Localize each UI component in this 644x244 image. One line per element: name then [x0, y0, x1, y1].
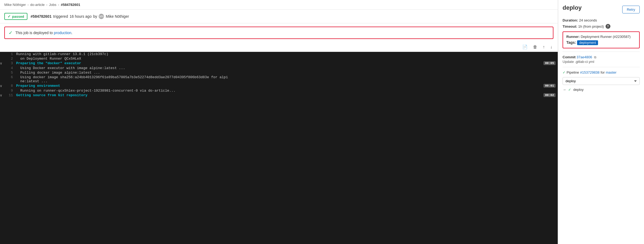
breadcrumb-project[interactable]: do-article: [30, 3, 45, 7]
line-number: 1: [5, 52, 16, 56]
log-line: 1 Running with gitlab-runner 13.0.1 (21c…: [0, 52, 558, 56]
log-section-header: ∨ 8 Preparing environment00:01: [0, 84, 558, 88]
deploy-notice: ✓ This job is deployed to production.: [4, 27, 553, 39]
line-number: 6: [5, 75, 16, 79]
breadcrumb-job-id: #584782601: [61, 3, 80, 7]
section-title: Getting source from Git repository00:02: [16, 93, 558, 97]
line-content: Running with gitlab-runner 13.0.1 (21cb3…: [16, 52, 558, 56]
scroll-bottom-button[interactable]: ↓: [549, 44, 553, 50]
duration-label: Duration:: [563, 18, 578, 22]
line-number: 9: [5, 89, 16, 93]
sidebar-title: deploy: [563, 4, 582, 11]
avatar: MN: [99, 14, 104, 19]
log-section-header: ∨ 11 Getting source from Git repository0…: [0, 93, 558, 98]
deploy-step: → ✓ deploy: [563, 88, 640, 92]
collapse-icon[interactable]: ∨: [0, 61, 5, 66]
deploy-notice-text: This job is deployed to production.: [15, 31, 72, 35]
pipeline-check-icon: ✓: [563, 70, 566, 74]
section-title: Preparing environment00:01: [16, 84, 558, 88]
runner-box: Runner: Deployment Runner (#2230587) Tag…: [563, 31, 640, 48]
production-link[interactable]: production: [54, 31, 71, 35]
job-triggered-by-name: Mike Nöthiger: [106, 14, 129, 19]
divider-2: [563, 67, 640, 67]
divider: [563, 52, 640, 52]
timeout-meta: Timeout: 1h (from project) ?: [563, 24, 640, 29]
pipeline-link[interactable]: #153729838: [580, 70, 599, 74]
commit-row: Commit 37ae4806 ⧉: [563, 55, 640, 59]
passed-check-icon: ✓: [8, 14, 11, 19]
log-line: 2 on Deployment Runner QCx5HLeX: [0, 56, 558, 61]
time-badge: 00:01: [543, 84, 556, 88]
delete-log-button[interactable]: 🗑: [532, 44, 538, 50]
tags-row: Tags: deployment: [566, 40, 636, 45]
job-triggered-text: triggered: [53, 14, 68, 19]
line-content: Running on runner-qcx5hlex-project-19238…: [16, 89, 558, 93]
passed-label: passed: [12, 15, 24, 19]
step-check-icon: ✓: [568, 88, 571, 92]
collapse-icon[interactable]: ∨: [0, 84, 5, 88]
line-content: Using docker image sha256:a24bb4013296f6…: [16, 75, 558, 83]
arrow-icon: →: [563, 88, 566, 92]
breadcrumb-user[interactable]: Mike Nöthiger: [4, 3, 26, 7]
commit-label: Commit: [563, 55, 575, 59]
commit-message: Update .gitlab-ci.yml: [563, 60, 640, 64]
scroll-top-button[interactable]: ↑: [542, 44, 546, 50]
pipeline-branch-link[interactable]: master: [606, 70, 617, 74]
job-triggered-by-text: by: [93, 14, 97, 19]
job-info: #584782601 triggered 16 hours ago by MN …: [31, 14, 129, 19]
copy-log-button[interactable]: 📄: [521, 44, 529, 50]
time-badge: 00:02: [543, 93, 556, 97]
help-icon[interactable]: ?: [606, 24, 610, 29]
log-line: 6 Using docker image sha256:a24bb4013296…: [0, 75, 558, 84]
commit-section: Commit 37ae4806 ⧉ Update .gitlab-ci.yml: [563, 55, 640, 64]
log-toolbar: 📄 🗑 ↑ ↓: [0, 42, 558, 52]
line-number: 11: [5, 93, 16, 97]
timeout-label: Timeout:: [563, 24, 577, 28]
job-triggered-ago: 16 hours ago: [70, 14, 92, 19]
deploy-step-label: deploy: [573, 88, 584, 92]
line-content: on Deployment Runner QCx5HLeX: [16, 57, 558, 61]
section-title: Preparing the "docker" executor00:05: [16, 61, 558, 65]
tags-label: Tags:: [566, 40, 576, 45]
copy-commit-icon[interactable]: ⧉: [594, 55, 596, 59]
line-number: 2: [5, 57, 16, 61]
retry-button[interactable]: Retry: [622, 6, 640, 13]
log-section-header: ∨ 3 Preparing the "docker" executor00:05: [0, 61, 558, 66]
breadcrumb-sep-2: ›: [46, 3, 47, 7]
breadcrumb-sep-1: ›: [27, 3, 28, 7]
tag-badge: deployment: [577, 40, 598, 45]
line-number: 3: [5, 61, 16, 65]
time-badge: 00:05: [543, 61, 556, 65]
duration-meta: Duration: 24 seconds: [563, 18, 640, 22]
commit-hash-link[interactable]: 37ae4806: [577, 55, 592, 59]
pipeline-label: Pipeline: [567, 70, 579, 74]
pipeline-section: ✓ Pipeline #153729838 for master: [563, 70, 640, 74]
pipeline-for-text: for: [601, 70, 605, 74]
log-line: 9 Running on runner-qcx5hlex-project-192…: [0, 88, 558, 93]
breadcrumb-sep-3: ›: [58, 3, 59, 7]
job-number: #584782601: [31, 14, 52, 19]
stage-select[interactable]: deploy: [563, 77, 640, 85]
log-area[interactable]: 1 Running with gitlab-runner 13.0.1 (21c…: [0, 52, 558, 244]
status-bar: ✓ passed #584782601 triggered 16 hours a…: [0, 10, 558, 23]
collapse-icon[interactable]: ∨: [0, 93, 5, 98]
line-number: 5: [5, 71, 16, 75]
line-content: Pulling docker image alpine:latest ...: [16, 71, 558, 75]
sidebar-header: deploy Retry: [563, 4, 640, 15]
log-line: 4 Using Docker executor with image alpin…: [0, 66, 558, 70]
log-line: 5 Pulling docker image alpine:latest ...: [0, 70, 558, 75]
breadcrumb-jobs[interactable]: Jobs: [49, 3, 56, 7]
deploy-check-icon: ✓: [9, 30, 13, 36]
line-number: 8: [5, 84, 16, 88]
sidebar: deploy Retry Duration: 24 seconds Timeou…: [558, 0, 644, 244]
runner-label: Runner: Deployment Runner (#2230587): [566, 35, 636, 39]
line-content: Using Docker executor with image alpine:…: [16, 66, 558, 70]
passed-badge: ✓ passed: [4, 13, 27, 20]
breadcrumb: Mike Nöthiger › do-article › Jobs › #584…: [0, 0, 558, 10]
line-number: 4: [5, 66, 16, 70]
